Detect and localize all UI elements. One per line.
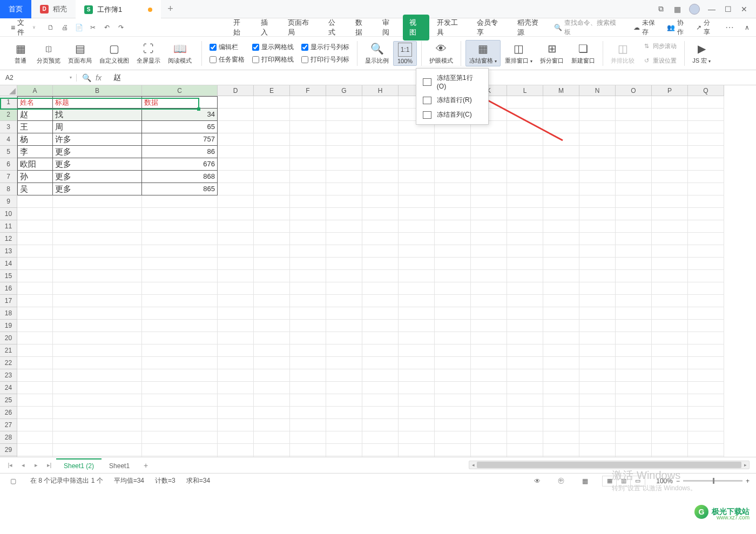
cell-Q8[interactable] <box>688 183 724 195</box>
cell-Q20[interactable] <box>688 332 724 344</box>
cell-L2[interactable] <box>507 109 543 121</box>
cell-D4[interactable] <box>218 133 254 146</box>
sheet-nav-last-icon[interactable]: ▸| <box>43 459 55 471</box>
cell-E7[interactable] <box>254 171 290 183</box>
cell-E25[interactable] <box>254 394 290 407</box>
cell-B7[interactable]: 更多 <box>53 171 142 183</box>
cell-N17[interactable] <box>579 295 616 307</box>
cell-J6[interactable] <box>435 158 471 171</box>
cell-K23[interactable] <box>471 369 507 382</box>
cell-E16[interactable] <box>254 282 290 295</box>
zoom-out-icon[interactable]: − <box>676 477 680 485</box>
cell-L14[interactable] <box>507 258 543 270</box>
cell-P9[interactable] <box>652 195 688 208</box>
row-header-4[interactable]: 4 <box>0 133 17 146</box>
cell-J28[interactable] <box>435 431 471 444</box>
cell-Q6[interactable] <box>688 158 724 171</box>
cell-O28[interactable] <box>616 431 652 444</box>
row-header-26[interactable]: 26 <box>0 407 17 419</box>
cell-B18[interactable] <box>53 307 142 320</box>
cell-E6[interactable] <box>254 158 290 171</box>
cell-J9[interactable] <box>435 195 471 208</box>
cell-F18[interactable] <box>290 307 326 320</box>
cell-G9[interactable] <box>326 195 362 208</box>
cell-E17[interactable] <box>254 295 290 307</box>
cell-E12[interactable] <box>254 233 290 245</box>
cell-L20[interactable] <box>507 332 543 344</box>
check-formula-bar[interactable]: 编辑栏 <box>210 43 245 52</box>
cell-F3[interactable] <box>290 121 326 133</box>
cell-G3[interactable] <box>326 121 362 133</box>
cell-I16[interactable] <box>399 282 435 295</box>
cell-P3[interactable] <box>652 121 688 133</box>
cell-E3[interactable] <box>254 121 290 133</box>
cell-J15[interactable] <box>435 270 471 282</box>
cell-B26[interactable] <box>53 407 142 419</box>
cell-I10[interactable] <box>399 208 435 220</box>
cell-N22[interactable] <box>579 357 616 369</box>
cell-B25[interactable] <box>53 394 142 407</box>
cell-O19[interactable] <box>616 320 652 332</box>
cell-J27[interactable] <box>435 419 471 431</box>
cell-M9[interactable] <box>543 195 579 208</box>
cell-Q7[interactable] <box>688 171 724 183</box>
row-header-5[interactable]: 5 <box>0 146 17 158</box>
cell-F9[interactable] <box>290 195 326 208</box>
cell-C21[interactable] <box>142 344 218 357</box>
cell-A1[interactable]: 姓名 <box>17 96 53 109</box>
cell-C8[interactable]: 865 <box>142 183 218 195</box>
cell-K16[interactable] <box>471 282 507 295</box>
view-fullscreen-button[interactable]: ⛶全屏显示 <box>133 40 164 66</box>
cell-O21[interactable] <box>616 344 652 357</box>
cell-K29[interactable] <box>471 444 507 456</box>
cell-O8[interactable] <box>616 183 652 195</box>
row-header-15[interactable]: 15 <box>0 270 17 282</box>
zoom-slider[interactable] <box>683 480 742 482</box>
row-header-18[interactable]: 18 <box>0 307 17 320</box>
cell-G21[interactable] <box>326 344 362 357</box>
cell-D1[interactable] <box>218 96 254 109</box>
cell-C10[interactable] <box>142 208 218 220</box>
row-header-13[interactable]: 13 <box>0 245 17 258</box>
cell-G6[interactable] <box>326 158 362 171</box>
cell-H6[interactable] <box>362 158 399 171</box>
cell-A12[interactable] <box>17 233 53 245</box>
row-header-29[interactable]: 29 <box>0 444 17 456</box>
cell-D6[interactable] <box>218 158 254 171</box>
cell-F12[interactable] <box>290 233 326 245</box>
check-task-window[interactable]: 任务窗格 <box>210 55 245 64</box>
cut-icon[interactable]: ✂ <box>86 21 99 34</box>
cell-K25[interactable] <box>471 394 507 407</box>
collapse-ribbon-icon[interactable]: ∧ <box>745 24 750 31</box>
cell-B14[interactable] <box>53 258 142 270</box>
cell-J13[interactable] <box>435 245 471 258</box>
cell-C27[interactable] <box>142 419 218 431</box>
cell-P17[interactable] <box>652 295 688 307</box>
command-search[interactable]: 🔍查找命令、搜索模板 <box>554 18 620 37</box>
cell-E18[interactable] <box>254 307 290 320</box>
cell-G26[interactable] <box>326 407 362 419</box>
cell-O18[interactable] <box>616 307 652 320</box>
col-header-N[interactable]: N <box>579 85 616 96</box>
cell-F17[interactable] <box>290 295 326 307</box>
horizontal-scrollbar[interactable]: ◂▸ <box>469 461 750 469</box>
cell-C17[interactable] <box>142 295 218 307</box>
cell-H14[interactable] <box>362 258 399 270</box>
cell-Q10[interactable] <box>688 208 724 220</box>
cell-N7[interactable] <box>579 171 616 183</box>
cell-M8[interactable] <box>543 183 579 195</box>
cell-M17[interactable] <box>543 295 579 307</box>
cell-E26[interactable] <box>254 407 290 419</box>
cell-F10[interactable] <box>290 208 326 220</box>
cell-P2[interactable] <box>652 109 688 121</box>
cell-L4[interactable] <box>507 133 543 146</box>
cell-D17[interactable] <box>218 295 254 307</box>
cell-C9[interactable] <box>142 195 218 208</box>
file-menu[interactable]: ≡文件∨ <box>6 16 40 39</box>
cell-Q5[interactable] <box>688 146 724 158</box>
cell-L5[interactable] <box>507 146 543 158</box>
cell-Q28[interactable] <box>688 431 724 444</box>
cell-H1[interactable] <box>362 96 399 109</box>
cell-O11[interactable] <box>616 220 652 233</box>
cell-E19[interactable] <box>254 320 290 332</box>
